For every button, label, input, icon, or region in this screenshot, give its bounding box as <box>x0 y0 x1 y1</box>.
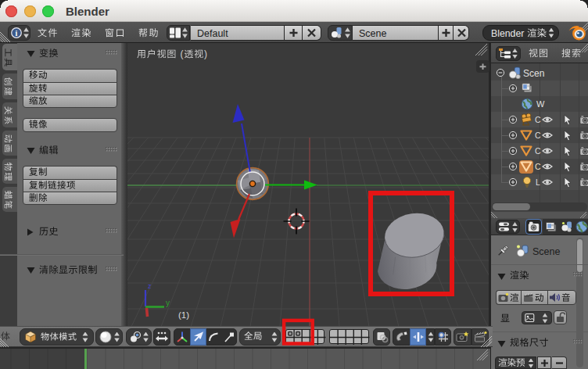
svg-text:i: i <box>16 29 18 38</box>
svg-text:z: z <box>148 282 152 290</box>
svg-text:y: y <box>166 299 170 307</box>
svg-text:(: ( <box>180 48 183 59</box>
svg-text:): ) <box>204 48 207 59</box>
svg-text:Blender: Blender <box>491 27 524 38</box>
